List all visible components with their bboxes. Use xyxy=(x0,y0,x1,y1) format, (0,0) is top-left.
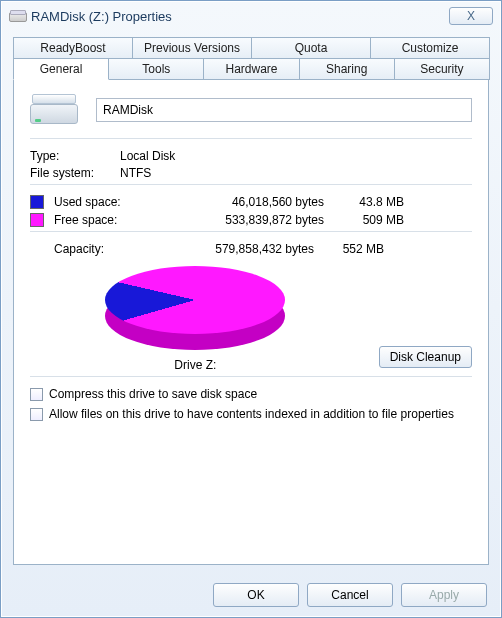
free-label: Free space: xyxy=(54,213,154,227)
disk-cleanup-button[interactable]: Disk Cleanup xyxy=(379,346,472,368)
capacity-label: Capacity: xyxy=(30,242,154,256)
tab-previous-versions[interactable]: Previous Versions xyxy=(132,37,252,59)
window-title: RAMDisk (Z:) Properties xyxy=(31,9,449,24)
close-icon: X xyxy=(467,9,475,23)
tab-general[interactable]: General xyxy=(13,58,109,80)
ok-button[interactable]: OK xyxy=(213,583,299,607)
close-button[interactable]: X xyxy=(449,7,493,25)
tab-strip: ReadyBoost Previous Versions Quota Custo… xyxy=(13,37,489,79)
content-area: ReadyBoost Previous Versions Quota Custo… xyxy=(13,37,489,567)
free-bytes: 533,839,872 bytes xyxy=(164,213,324,227)
used-bytes: 46,018,560 bytes xyxy=(164,195,324,209)
tab-sharing[interactable]: Sharing xyxy=(299,58,395,80)
capacity-bytes: 579,858,432 bytes xyxy=(154,242,314,256)
usage-pie-chart xyxy=(105,266,285,350)
general-panel: Type: Local Disk File system: NTFS Used … xyxy=(13,79,489,565)
capacity-mb: 552 MB xyxy=(314,242,384,256)
tab-readyboost[interactable]: ReadyBoost xyxy=(13,37,133,59)
type-label: Type: xyxy=(30,149,120,163)
tab-security[interactable]: Security xyxy=(394,58,490,80)
tab-customize[interactable]: Customize xyxy=(370,37,490,59)
divider xyxy=(30,231,472,232)
free-mb: 509 MB xyxy=(334,213,404,227)
drive-label: Drive Z: xyxy=(174,358,216,372)
divider xyxy=(30,138,472,139)
used-mb: 43.8 MB xyxy=(334,195,404,209)
filesystem-value: NTFS xyxy=(120,166,472,180)
type-value: Local Disk xyxy=(120,149,472,163)
dialog-footer: OK Cancel Apply xyxy=(213,583,487,607)
used-swatch-icon xyxy=(30,195,44,209)
index-checkbox[interactable] xyxy=(30,408,43,421)
titlebar: RAMDisk (Z:) Properties X xyxy=(1,1,501,31)
used-label: Used space: xyxy=(54,195,154,209)
free-swatch-icon xyxy=(30,213,44,227)
compress-checkbox[interactable] xyxy=(30,388,43,401)
cancel-button[interactable]: Cancel xyxy=(307,583,393,607)
compress-label: Compress this drive to save disk space xyxy=(49,387,257,403)
properties-dialog: RAMDisk (Z:) Properties X ReadyBoost Pre… xyxy=(0,0,502,618)
index-label: Allow files on this drive to have conten… xyxy=(49,407,454,423)
drive-icon xyxy=(9,10,25,22)
drive-large-icon xyxy=(30,94,78,126)
tab-hardware[interactable]: Hardware xyxy=(203,58,299,80)
tab-quota[interactable]: Quota xyxy=(251,37,371,59)
divider xyxy=(30,376,472,377)
divider xyxy=(30,184,472,185)
drive-name-input[interactable] xyxy=(96,98,472,122)
filesystem-label: File system: xyxy=(30,166,120,180)
tab-tools[interactable]: Tools xyxy=(108,58,204,80)
apply-button: Apply xyxy=(401,583,487,607)
